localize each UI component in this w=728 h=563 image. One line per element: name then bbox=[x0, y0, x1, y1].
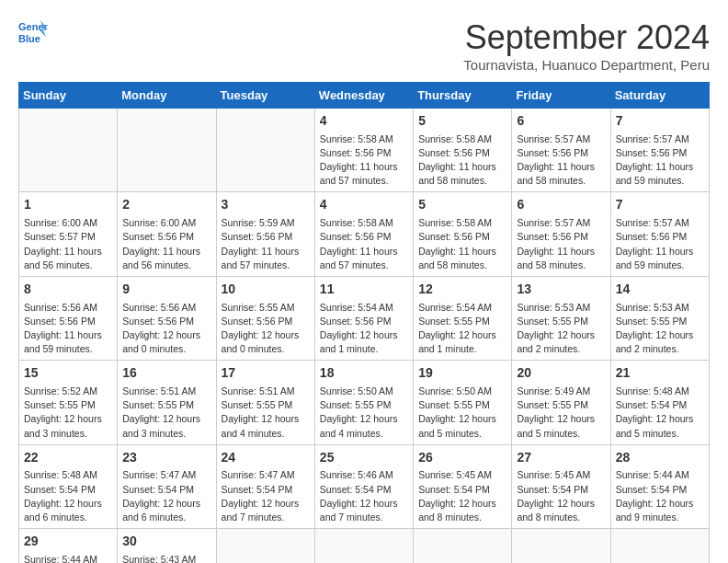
calendar-cell: 13Sunrise: 5:53 AM Sunset: 5:55 PM Dayli… bbox=[512, 276, 610, 360]
day-info: Sunrise: 5:55 AM Sunset: 5:56 PM Dayligh… bbox=[222, 301, 310, 357]
calendar-cell bbox=[216, 529, 314, 563]
day-info: Sunrise: 5:57 AM Sunset: 5:56 PM Dayligh… bbox=[616, 132, 704, 189]
day-info: Sunrise: 5:54 AM Sunset: 5:56 PM Dayligh… bbox=[320, 301, 408, 357]
day-number: 23 bbox=[122, 449, 210, 467]
calendar-cell bbox=[19, 109, 118, 192]
day-info: Sunrise: 5:53 AM Sunset: 5:55 PM Dayligh… bbox=[616, 301, 704, 357]
logo-icon: General Blue bbox=[18, 18, 48, 52]
day-number: 4 bbox=[320, 112, 408, 131]
day-info: Sunrise: 5:57 AM Sunset: 5:56 PM Dayligh… bbox=[517, 216, 605, 272]
calendar-cell: 29Sunrise: 5:44 AM Sunset: 5:54 PM Dayli… bbox=[19, 529, 118, 563]
weekday-header-wednesday: Wednesday bbox=[314, 83, 413, 109]
day-info: Sunrise: 5:46 AM Sunset: 5:54 PM Dayligh… bbox=[320, 468, 408, 524]
calendar-cell: 16Sunrise: 5:51 AM Sunset: 5:55 PM Dayli… bbox=[118, 361, 216, 444]
day-number: 27 bbox=[517, 449, 605, 467]
day-info: Sunrise: 5:45 AM Sunset: 5:54 PM Dayligh… bbox=[517, 468, 605, 524]
calendar-week-row: 1Sunrise: 6:00 AM Sunset: 5:57 PM Daylig… bbox=[19, 192, 710, 276]
day-info: Sunrise: 5:43 AM Sunset: 5:54 PM Dayligh… bbox=[122, 553, 210, 563]
calendar-cell: 7Sunrise: 5:57 AM Sunset: 5:56 PM Daylig… bbox=[610, 109, 709, 192]
calendar-cell: 11Sunrise: 5:54 AM Sunset: 5:56 PM Dayli… bbox=[314, 276, 413, 360]
svg-text:Blue: Blue bbox=[18, 33, 40, 44]
calendar-cell: 10Sunrise: 5:55 AM Sunset: 5:56 PM Dayli… bbox=[216, 276, 314, 360]
calendar-week-row: 15Sunrise: 5:52 AM Sunset: 5:55 PM Dayli… bbox=[19, 361, 710, 444]
weekday-header-thursday: Thursday bbox=[414, 83, 512, 109]
calendar-cell: 1Sunrise: 6:00 AM Sunset: 5:57 PM Daylig… bbox=[19, 192, 118, 276]
day-number: 3 bbox=[222, 196, 310, 214]
day-number: 13 bbox=[517, 281, 605, 299]
day-number: 19 bbox=[418, 364, 506, 383]
calendar-cell bbox=[414, 529, 512, 563]
calendar-cell: 27Sunrise: 5:45 AM Sunset: 5:54 PM Dayli… bbox=[512, 444, 610, 528]
day-info: Sunrise: 5:58 AM Sunset: 5:56 PM Dayligh… bbox=[418, 132, 506, 189]
day-number: 7 bbox=[616, 112, 704, 131]
calendar-cell: 30Sunrise: 5:43 AM Sunset: 5:54 PM Dayli… bbox=[118, 529, 216, 563]
day-info: Sunrise: 5:47 AM Sunset: 5:54 PM Dayligh… bbox=[222, 468, 310, 524]
day-number: 12 bbox=[418, 281, 506, 299]
weekday-header-tuesday: Tuesday bbox=[216, 83, 314, 109]
day-number: 21 bbox=[616, 364, 704, 383]
weekday-header-row: SundayMondayTuesdayWednesdayThursdayFrid… bbox=[19, 83, 710, 109]
calendar-week-row: 8Sunrise: 5:56 AM Sunset: 5:56 PM Daylig… bbox=[19, 276, 710, 360]
day-info: Sunrise: 5:51 AM Sunset: 5:55 PM Dayligh… bbox=[222, 385, 310, 441]
calendar-cell: 6Sunrise: 5:57 AM Sunset: 5:56 PM Daylig… bbox=[512, 109, 610, 192]
month-title: September 2024 bbox=[463, 18, 710, 57]
calendar-cell: 2Sunrise: 6:00 AM Sunset: 5:56 PM Daylig… bbox=[118, 192, 216, 276]
day-info: Sunrise: 5:58 AM Sunset: 5:56 PM Dayligh… bbox=[418, 216, 506, 272]
page-header: General Blue September 2024 Tournavista,… bbox=[18, 18, 710, 73]
calendar-cell: 22Sunrise: 5:48 AM Sunset: 5:54 PM Dayli… bbox=[19, 444, 118, 528]
day-info: Sunrise: 5:44 AM Sunset: 5:54 PM Dayligh… bbox=[24, 553, 112, 563]
day-number: 8 bbox=[24, 281, 112, 299]
day-number: 26 bbox=[418, 449, 506, 467]
calendar-cell: 25Sunrise: 5:46 AM Sunset: 5:54 PM Dayli… bbox=[314, 444, 413, 528]
logo: General Blue bbox=[18, 18, 48, 52]
calendar-cell: 14Sunrise: 5:53 AM Sunset: 5:55 PM Dayli… bbox=[610, 276, 709, 360]
calendar-cell: 9Sunrise: 5:56 AM Sunset: 5:56 PM Daylig… bbox=[118, 276, 216, 360]
weekday-header-friday: Friday bbox=[512, 83, 610, 109]
calendar-cell: 19Sunrise: 5:50 AM Sunset: 5:55 PM Dayli… bbox=[414, 361, 512, 444]
day-number: 11 bbox=[320, 281, 408, 299]
calendar-cell: 7Sunrise: 5:57 AM Sunset: 5:56 PM Daylig… bbox=[610, 192, 709, 276]
day-number: 24 bbox=[222, 449, 310, 467]
calendar-week-row: 22Sunrise: 5:48 AM Sunset: 5:54 PM Dayli… bbox=[19, 444, 710, 528]
calendar-cell: 5Sunrise: 5:58 AM Sunset: 5:56 PM Daylig… bbox=[414, 109, 512, 192]
calendar-cell: 6Sunrise: 5:57 AM Sunset: 5:56 PM Daylig… bbox=[512, 192, 610, 276]
day-info: Sunrise: 5:56 AM Sunset: 5:56 PM Dayligh… bbox=[24, 301, 112, 357]
calendar-cell bbox=[610, 529, 709, 563]
weekday-header-sunday: Sunday bbox=[19, 83, 118, 109]
day-number: 20 bbox=[517, 364, 605, 383]
calendar-cell: 18Sunrise: 5:50 AM Sunset: 5:55 PM Dayli… bbox=[314, 361, 413, 444]
day-info: Sunrise: 5:49 AM Sunset: 5:55 PM Dayligh… bbox=[517, 385, 605, 441]
calendar-cell: 5Sunrise: 5:58 AM Sunset: 5:56 PM Daylig… bbox=[414, 192, 512, 276]
calendar-cell bbox=[314, 529, 413, 563]
day-number: 2 bbox=[122, 196, 210, 214]
calendar-cell: 24Sunrise: 5:47 AM Sunset: 5:54 PM Dayli… bbox=[216, 444, 314, 528]
day-info: Sunrise: 5:59 AM Sunset: 5:56 PM Dayligh… bbox=[222, 216, 310, 272]
calendar-cell bbox=[216, 109, 314, 192]
calendar-cell: 17Sunrise: 5:51 AM Sunset: 5:55 PM Dayli… bbox=[216, 361, 314, 444]
calendar-cell: 8Sunrise: 5:56 AM Sunset: 5:56 PM Daylig… bbox=[19, 276, 118, 360]
weekday-header-monday: Monday bbox=[118, 83, 216, 109]
calendar-cell: 21Sunrise: 5:48 AM Sunset: 5:54 PM Dayli… bbox=[610, 361, 709, 444]
calendar-table: SundayMondayTuesdayWednesdayThursdayFrid… bbox=[18, 82, 710, 563]
weekday-header-saturday: Saturday bbox=[610, 83, 709, 109]
day-number: 28 bbox=[616, 449, 704, 467]
calendar-cell: 12Sunrise: 5:54 AM Sunset: 5:55 PM Dayli… bbox=[414, 276, 512, 360]
calendar-cell: 20Sunrise: 5:49 AM Sunset: 5:55 PM Dayli… bbox=[512, 361, 610, 444]
day-info: Sunrise: 6:00 AM Sunset: 5:57 PM Dayligh… bbox=[24, 216, 112, 272]
day-info: Sunrise: 5:54 AM Sunset: 5:55 PM Dayligh… bbox=[418, 301, 506, 357]
day-info: Sunrise: 5:48 AM Sunset: 5:54 PM Dayligh… bbox=[24, 468, 112, 524]
calendar-cell: 28Sunrise: 5:44 AM Sunset: 5:54 PM Dayli… bbox=[610, 444, 709, 528]
day-number: 4 bbox=[320, 196, 408, 214]
day-number: 15 bbox=[24, 364, 112, 383]
day-number: 5 bbox=[418, 112, 506, 131]
day-info: Sunrise: 5:47 AM Sunset: 5:54 PM Dayligh… bbox=[122, 468, 210, 524]
day-info: Sunrise: 5:58 AM Sunset: 5:56 PM Dayligh… bbox=[320, 216, 408, 272]
day-number: 6 bbox=[517, 196, 605, 214]
day-info: Sunrise: 5:52 AM Sunset: 5:55 PM Dayligh… bbox=[24, 385, 112, 441]
calendar-week-row: 29Sunrise: 5:44 AM Sunset: 5:54 PM Dayli… bbox=[19, 529, 710, 563]
day-info: Sunrise: 5:57 AM Sunset: 5:56 PM Dayligh… bbox=[517, 132, 605, 189]
title-area: September 2024 Tournavista, Huanuco Depa… bbox=[463, 18, 710, 73]
day-number: 18 bbox=[320, 364, 408, 383]
day-number: 22 bbox=[24, 449, 112, 467]
calendar-week-row: 4Sunrise: 5:58 AM Sunset: 5:56 PM Daylig… bbox=[19, 109, 710, 192]
